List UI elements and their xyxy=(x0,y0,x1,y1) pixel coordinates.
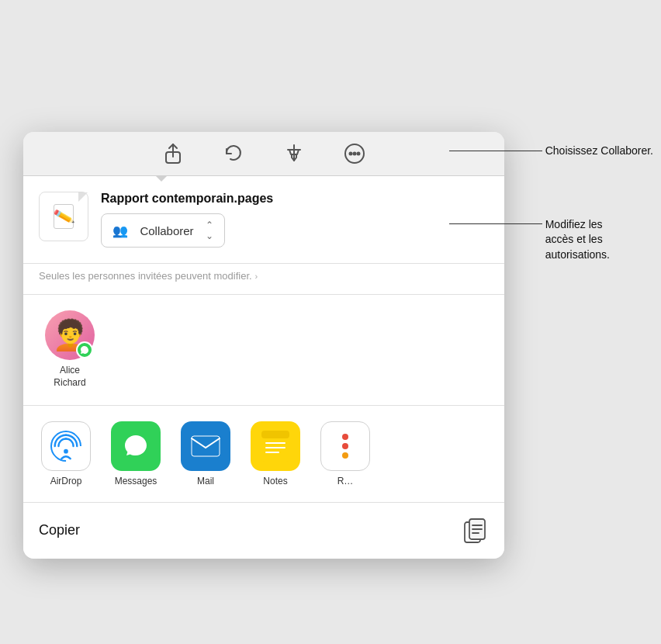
pin-icon[interactable] xyxy=(283,143,305,164)
notes-label: Notes xyxy=(263,476,287,486)
permissions-arrow: › xyxy=(255,272,258,281)
copy-section[interactable]: Copier xyxy=(23,503,504,559)
svg-point-5 xyxy=(64,448,68,453)
svg-rect-6 xyxy=(192,436,220,456)
pencil-icon: ✏️ xyxy=(52,206,75,229)
airdrop-rings xyxy=(50,431,81,462)
airdrop-app[interactable]: AirDrop xyxy=(39,421,93,486)
copy-label: Copier xyxy=(39,522,80,538)
permissions-section: Seules les personnes invitées peuvent mo… xyxy=(23,264,504,295)
annotations-container: Choisissez Collaborer. Modifiez lesaccès… xyxy=(449,144,653,262)
file-info: Rapport contemporain.pages 👥 Collaborer … xyxy=(101,192,489,248)
notes-app[interactable]: Notes xyxy=(248,421,303,486)
airdrop-icon xyxy=(41,421,91,471)
dot-red xyxy=(342,434,348,440)
share-icon[interactable] xyxy=(162,143,184,164)
apps-grid: AirDrop Messages xyxy=(39,421,489,486)
messages-label: Messages xyxy=(115,476,157,486)
collaborate-label: Collaborer xyxy=(140,224,193,237)
svg-point-3 xyxy=(354,153,356,155)
undo-icon[interactable] xyxy=(223,143,244,164)
permissions-text[interactable]: Seules les personnes invitées peuvent mo… xyxy=(39,270,489,282)
file-icon: ✏️ xyxy=(39,192,88,241)
share-panel: ✏️ Rapport contemporain.pages 👥 Collabor… xyxy=(23,132,504,558)
main-container: ✏️ Rapport contemporain.pages 👥 Collabor… xyxy=(0,0,661,644)
toolbar xyxy=(23,132,504,176)
people-icon: 👥 xyxy=(112,223,128,238)
messages-app[interactable]: Messages xyxy=(109,421,163,486)
svg-point-4 xyxy=(358,153,360,155)
file-section: ✏️ Rapport contemporain.pages 👥 Collabor… xyxy=(23,176,504,264)
more-icon[interactable] xyxy=(344,143,365,164)
messages-icon xyxy=(111,421,161,471)
callout-text-1: Choisissez Collaborer. xyxy=(545,144,653,159)
svg-point-2 xyxy=(350,153,352,155)
svg-rect-8 xyxy=(261,431,289,438)
copy-icon xyxy=(461,517,489,545)
more-app-label: R… xyxy=(337,476,354,486)
avatar-wrapper: 🧑‍🦱 xyxy=(45,310,95,360)
mail-icon xyxy=(181,421,230,471)
callout-line-1 xyxy=(449,151,542,151)
dots-col xyxy=(342,434,348,459)
file-name: Rapport contemporain.pages xyxy=(101,192,489,206)
apps-section: AirDrop Messages xyxy=(23,406,504,503)
person-name: AliceRichard xyxy=(54,365,85,389)
chevron-icon: ⌃⌄ xyxy=(206,220,213,241)
messages-badge xyxy=(76,341,93,358)
dot-orange xyxy=(342,452,348,459)
more-apps-icon xyxy=(320,421,370,471)
callout-text-2: Modifiez lesaccès et lesautorisations. xyxy=(545,217,610,263)
mail-label: Mail xyxy=(197,476,214,486)
collaborate-dropdown[interactable]: 👥 Collaborer ⌃⌄ xyxy=(101,213,225,248)
mail-app[interactable]: Mail xyxy=(178,421,233,486)
dot-red2 xyxy=(342,443,348,449)
more-app[interactable]: R… xyxy=(318,421,372,486)
people-section: 🧑‍🦱 AliceRichard xyxy=(23,295,504,405)
callout-line-2 xyxy=(449,223,542,224)
callout-2: Modifiez lesaccès et lesautorisations. xyxy=(449,217,653,263)
permissions-label: Seules les personnes invitées peuvent mo… xyxy=(39,270,252,282)
notes-icon xyxy=(251,421,300,471)
callout-1: Choisissez Collaborer. xyxy=(449,144,653,159)
person-item[interactable]: 🧑‍🦱 AliceRichard xyxy=(39,310,101,389)
airdrop-label: AirDrop xyxy=(50,476,82,486)
